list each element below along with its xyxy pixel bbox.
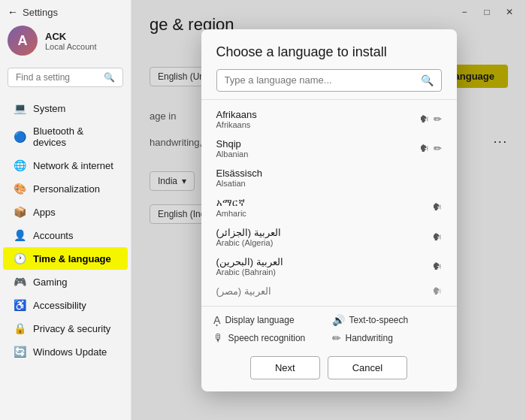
sidebar-item-label: Apps: [33, 207, 56, 218]
network-icon: 🌐: [14, 159, 26, 171]
lang-icons: 🗣: [432, 261, 442, 272]
accounts-icon: 👤: [14, 229, 26, 241]
sidebar-item-label: Gaming: [33, 276, 68, 288]
speech-recognition-icon: 🎙: [213, 332, 224, 344]
dialog-buttons: Next Cancel: [201, 349, 457, 391]
sidebar-item-time-language[interactable]: 🕐 Time & language: [3, 247, 128, 270]
minimize-button[interactable]: −: [454, 3, 475, 21]
sidebar-item-bluetooth[interactable]: 🔵 Bluetooth & devices: [3, 120, 128, 153]
gaming-icon: 🎮: [14, 276, 26, 288]
system-icon: 💻: [14, 102, 26, 114]
lang-name: العربية (مصر): [216, 286, 432, 297]
list-item[interactable]: العربية (الجزائر) Arabic (Algeria) 🗣: [201, 222, 457, 252]
lang-icons: 🗣 ✏: [419, 143, 442, 154]
lang-native: Alsatian: [216, 179, 442, 188]
lang-info: العربية (الجزائر) Arabic (Algeria): [216, 227, 432, 247]
lang-info: العربية (البحرين) Arabic (Bahrain): [216, 256, 432, 276]
text-to-speech-legend: 🔊 Text-to-speech: [332, 314, 445, 326]
user-section[interactable]: A ACK Local Account: [0, 20, 131, 62]
nav-list: 💻 System 🔵 Bluetooth & devices 🌐 Network…: [0, 93, 131, 420]
lang-info: አማርኛ Amharic: [216, 197, 432, 218]
speech-recognition-label: Speech recognition: [228, 333, 306, 343]
user-info: ACK Local Account: [45, 31, 97, 51]
list-item[interactable]: አማርኛ Amharic 🗣: [201, 192, 457, 222]
sidebar-item-accessibility[interactable]: ♿ Accessibility: [3, 294, 128, 316]
time-language-icon: 🕐: [14, 252, 26, 264]
personalization-icon: 🎨: [14, 183, 26, 195]
dialog-search-box[interactable]: 🔍: [216, 69, 442, 92]
edit-icon: ✏: [434, 113, 442, 125]
handwriting-icon: ✏: [332, 332, 341, 344]
display-language-legend: A͎ Display language: [213, 314, 326, 326]
sidebar-item-system[interactable]: 💻 System: [3, 97, 128, 119]
speech-icon: 🗣: [432, 286, 442, 297]
list-item[interactable]: Afrikaans Afrikaans 🗣 ✏: [201, 104, 457, 134]
main-content: − □ ✕ ge & region English (United States…: [132, 0, 526, 420]
sidebar-item-accounts[interactable]: 👤 Accounts: [3, 224, 128, 246]
speech-icon: 🗣: [432, 201, 442, 213]
lang-info: العربية (مصر): [216, 286, 432, 297]
bluetooth-icon: 🔵: [14, 131, 26, 143]
sidebar-item-personalization[interactable]: 🎨 Personalization: [3, 177, 128, 200]
display-lang-icon: A͎: [213, 314, 221, 326]
lang-native: Albanian: [216, 150, 419, 159]
sidebar-top-bar[interactable]: ← Settings: [0, 0, 131, 20]
lang-icons: 🗣: [432, 231, 442, 243]
privacy-icon: 🔒: [14, 322, 26, 334]
list-item[interactable]: Elsässisch Alsatian: [201, 163, 457, 192]
dialog-title: Choose a language to install: [216, 44, 442, 60]
window-chrome: − □ ✕: [132, 0, 526, 24]
dialog-search-input[interactable]: [225, 74, 416, 86]
sidebar-item-label: Accessibility: [33, 300, 86, 311]
windows-update-icon: 🔄: [14, 346, 26, 358]
handwriting-label: Handwriting: [346, 333, 393, 343]
speech-icon: 🗣: [419, 143, 429, 154]
text-to-speech-label: Text-to-speech: [349, 315, 409, 325]
sidebar-item-label: Personalization: [33, 183, 100, 195]
lang-native: Amharic: [216, 209, 432, 218]
list-item[interactable]: Shqip Albanian 🗣 ✏: [201, 134, 457, 163]
sidebar-item-label: Time & language: [33, 253, 111, 264]
lang-name: العربية (الجزائر): [216, 227, 432, 238]
lang-name: Elsässisch: [216, 168, 442, 179]
handwriting-legend: ✏ Handwriting: [332, 332, 445, 344]
sidebar-item-label: Network & internet: [33, 160, 113, 171]
lang-name: Afrikaans: [216, 109, 419, 120]
settings-back-label: Settings: [23, 7, 58, 18]
edit-icon: ✏: [434, 143, 442, 154]
lang-icons: 🗣: [432, 286, 442, 297]
sidebar: ← Settings A ACK Local Account 🔍 💻 Syste…: [0, 0, 132, 420]
lang-icons: 🗣 ✏: [419, 113, 442, 125]
sidebar-item-apps[interactable]: 📦 Apps: [3, 201, 128, 223]
sidebar-item-privacy[interactable]: 🔒 Privacy & security: [3, 317, 128, 340]
cancel-button[interactable]: Cancel: [328, 356, 407, 379]
search-icon: 🔍: [104, 72, 115, 83]
text-to-speech-icon: 🔊: [332, 314, 345, 326]
sidebar-item-gaming[interactable]: 🎮 Gaming: [3, 270, 128, 293]
lang-native: Arabic (Bahrain): [216, 267, 432, 276]
search-icon: 🔍: [421, 74, 434, 86]
accessibility-icon: ♿: [14, 299, 26, 311]
language-dialog: Choose a language to install 🔍 Afrikaans…: [201, 29, 457, 391]
speech-icon: 🗣: [419, 113, 429, 125]
lang-info: Shqip Albanian: [216, 138, 419, 159]
lang-native: Arabic (Algeria): [216, 238, 432, 247]
sidebar-item-network[interactable]: 🌐 Network & internet: [3, 154, 128, 177]
maximize-button[interactable]: □: [476, 3, 497, 21]
next-button[interactable]: Next: [250, 356, 320, 379]
speech-icon: 🗣: [432, 231, 442, 243]
search-input[interactable]: [16, 72, 99, 83]
user-name: ACK: [45, 31, 97, 42]
search-box[interactable]: 🔍: [8, 68, 123, 87]
sidebar-item-label: Accounts: [33, 230, 73, 241]
dialog-overlay: Choose a language to install 🔍 Afrikaans…: [132, 0, 526, 420]
list-item[interactable]: العربية (البحرين) Arabic (Bahrain) 🗣: [201, 252, 457, 281]
language-list: Afrikaans Afrikaans 🗣 ✏ Shqip Albanian: [201, 99, 457, 307]
apps-icon: 📦: [14, 206, 26, 218]
sidebar-item-windows-update[interactable]: 🔄 Windows Update: [3, 340, 128, 363]
lang-icons: 🗣: [432, 201, 442, 213]
close-button[interactable]: ✕: [499, 3, 520, 21]
back-arrow-icon[interactable]: ←: [8, 6, 18, 18]
sidebar-item-label: System: [33, 103, 65, 114]
list-item[interactable]: العربية (مصر) 🗣: [201, 281, 457, 301]
